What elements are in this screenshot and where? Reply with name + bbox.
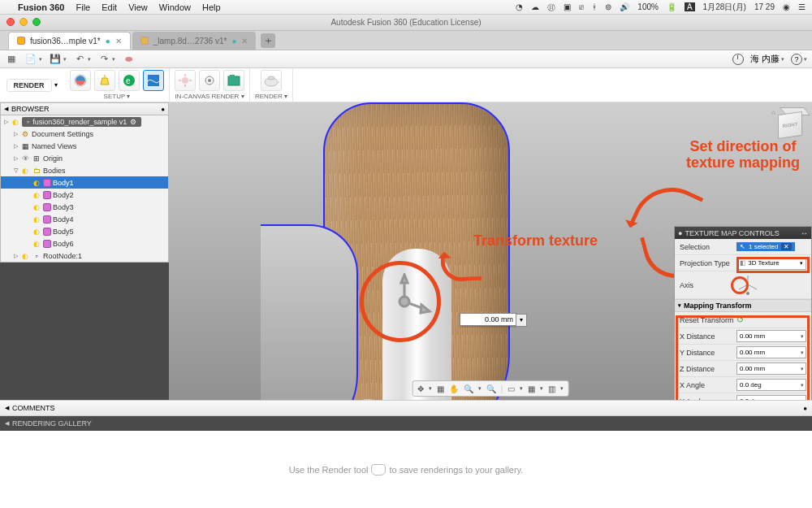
render-button[interactable] [261,70,282,91]
undo-icon[interactable]: ↶ [73,53,86,66]
lookat-icon[interactable]: ▦ [437,384,444,393]
notification-icon[interactable]: ☰ [798,2,806,11]
ribbon-group-incanvas: IN-CANVAS RENDER ▾ [170,68,250,102]
workspace-switcher[interactable]: RENDER▼ [0,68,65,102]
tab-close-icon[interactable]: ✕ [241,37,248,46]
save-icon[interactable]: 💾 [49,53,62,66]
incanvas-settings-button[interactable] [199,70,220,91]
extension-icon[interactable]: ⬬ [122,53,135,66]
tab-doc-1[interactable]: fusion36…mple v1* ● ✕ [8,32,131,50]
node-label: Document Settings [32,130,93,138]
view-cube[interactable]: ⌂ RIGHT [771,109,804,141]
tab-label: fusion36…mple v1* [30,37,101,46]
dimension-input[interactable]: 0.00 mm [460,313,516,326]
browser-header[interactable]: ◀ BROWSER ● [0,102,169,115]
texture-map-button[interactable] [143,70,164,91]
display-icon[interactable]: ▣ [564,2,571,11]
menubar-date: 1月28日(月) [703,2,746,13]
panel-header[interactable]: ● TEXTURE MAP CONTROLS ↔ [675,227,811,239]
selection-badge[interactable]: ↖ 1 selected ✕ [736,242,795,251]
unsaved-dot: ● [231,37,236,46]
rendering-gallery-header[interactable]: ◀ RENDERING GALLERY [0,416,812,431]
menu-help[interactable]: Help [202,2,221,12]
viewport-layout-icon[interactable]: ▥ [548,384,555,393]
help-icon[interactable]: ? [791,54,802,65]
window-maximize-button[interactable] [32,18,41,26]
file-menu-icon[interactable]: 📄 [24,53,37,66]
comments-bar[interactable]: ◀ COMMENTS ● [0,400,812,416]
viewcube-face[interactable]: RIGHT [778,111,802,139]
tab-doc-2[interactable]: _lamp.8d…2736 v1* ● ✕ [132,32,257,50]
new-tab-button[interactable]: ＋ [261,33,275,48]
mapping-transform-section[interactable]: Mapping Transform [675,299,811,312]
viewport-canvas[interactable]: 0.00 mm Transform texture Set direction … [169,102,812,400]
window-titlebar: Autodesk Fusion 360 (Education License) [0,15,812,31]
tree-node-body6[interactable]: ◐Body6 [1,237,168,250]
window-close-button[interactable] [6,18,15,26]
redo-icon[interactable]: ↷ [97,53,110,66]
data-panel-icon[interactable]: ▦ [5,53,18,66]
clear-selection-icon[interactable]: ✕ [781,243,792,250]
annotation-text-transform: Transform texture [473,232,598,250]
tree-node-docsettings[interactable]: ▷⚙Document Settings [1,128,168,140]
menu-app[interactable]: Fusion 360 [18,2,64,12]
pin-icon[interactable]: ● [161,106,165,113]
window-minimize-button[interactable] [19,18,28,26]
user-name[interactable]: 海 内藤 [750,53,780,65]
selection-label: Selection [680,243,736,251]
svg-point-10 [208,79,211,82]
decal-button[interactable]: e [119,70,140,91]
root-label: fusion360_render_sample v1 [32,118,127,126]
annotation-text-direction: Set direction oftexture mapping [686,139,800,172]
cloud-icon[interactable]: ☁ [531,2,539,11]
appearance-button[interactable] [70,70,91,91]
menu-edit[interactable]: Edit [102,2,117,12]
pan-icon[interactable]: ✋ [449,384,459,393]
ime-flag[interactable]: A [685,2,695,11]
tree-node-body3[interactable]: ◐Body3 [1,201,168,213]
node-label: Body2 [53,191,74,199]
tab-close-icon[interactable]: ✕ [115,37,122,46]
tree-node-bodies[interactable]: ▽◐🗀Bodies [1,164,168,176]
menu-file[interactable]: File [76,2,90,12]
volume-icon[interactable]: 🔊 [620,2,629,11]
line-icon[interactable]: ◔ [516,2,523,11]
tree-node-origin[interactable]: ▷👁⊞Origin [1,152,168,164]
svg-rect-12 [230,75,235,77]
battery-text: 100% [637,2,659,11]
siri-icon[interactable]: ◉ [783,2,790,11]
display-settings-icon[interactable]: ▭ [508,384,515,393]
tree-node-body4[interactable]: ◐Body4 [1,213,168,225]
zoom-icon[interactable]: 🔍 [464,384,473,393]
ribbon-group-render: RENDER ▾ [250,68,293,102]
job-status-icon[interactable] [732,54,744,65]
tree-node-body5[interactable]: ◐Body5 [1,225,168,237]
tree-root[interactable]: ▷◐ ▫fusion360_render_sample v1⚙ [1,115,168,128]
wifi-icon[interactable]: ⊚ [605,2,611,11]
scene-settings-button[interactable] [94,70,115,91]
screen-icon[interactable]: ⎚ [579,2,584,11]
grid-settings-icon[interactable]: ▦ [528,384,535,393]
document-tabstrip: fusion36…mple v1* ● ✕ _lamp.8d…2736 v1* … [0,31,812,50]
menu-view[interactable]: View [128,2,148,12]
svg-rect-3 [148,75,159,86]
battery-icon[interactable]: 🔋 [667,2,676,11]
bullet-icon: ● [678,229,682,237]
gallery-hint-a: Use the Render tool [289,465,369,475]
settings-icon[interactable]: ⚙ [130,118,136,126]
tree-node-rootnode[interactable]: ▷◐▫RootNode:1 [1,250,168,262]
home-icon[interactable]: ⌂ [771,109,775,116]
tree-node-body1[interactable]: ◐Body1 [1,176,168,189]
incanvas-render-button[interactable] [175,70,196,91]
panel-pin-icon[interactable]: ↔ [801,229,808,237]
node-label: RootNode:1 [43,252,82,260]
tree-node-body2[interactable]: ◐Body2 [1,189,168,201]
menu-window[interactable]: Window [159,2,191,12]
tree-node-namedviews[interactable]: ▷▦Named Views [1,140,168,152]
comments-pin-icon[interactable]: ● [803,405,807,412]
input-icon[interactable]: ㊐ [547,2,555,13]
bluetooth-icon[interactable]: ᚼ [592,2,597,11]
fit-icon[interactable]: 🔍 [486,384,496,393]
capture-button[interactable] [223,70,244,91]
orbit-icon[interactable]: ✥ [417,384,424,393]
